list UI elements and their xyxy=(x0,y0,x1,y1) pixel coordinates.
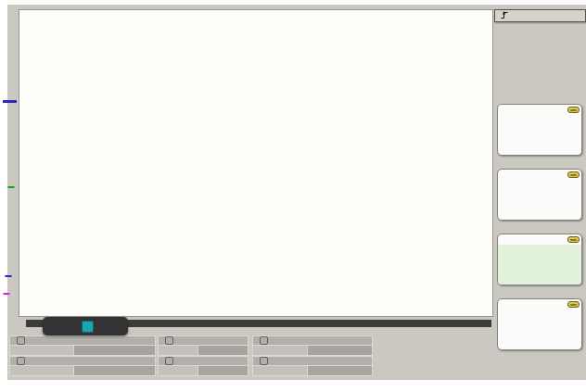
ch2-header[interactable] xyxy=(498,170,581,180)
meas-source-icon xyxy=(260,357,268,365)
channel-minimize-icon[interactable] xyxy=(567,107,580,113)
channel-minimize-icon[interactable] xyxy=(567,171,580,178)
meas3-value xyxy=(198,345,248,356)
meas-source-icon xyxy=(260,336,268,345)
meas-group-2 xyxy=(158,335,248,376)
close-icon[interactable] xyxy=(82,321,94,333)
ch4-header[interactable] xyxy=(498,299,581,310)
ch1-header[interactable] xyxy=(498,105,581,115)
meas-source-icon xyxy=(17,357,25,365)
meas2-value xyxy=(74,365,156,376)
meas-source-icon xyxy=(165,357,173,365)
meas6-value xyxy=(308,365,373,376)
channel-box-ch1[interactable] xyxy=(497,104,582,156)
channel-minimize-icon[interactable] xyxy=(567,301,580,308)
ch3-header[interactable] xyxy=(498,234,581,245)
meas5-stat xyxy=(252,345,308,356)
channel-minimize-icon[interactable] xyxy=(567,236,580,243)
channel-box-ch2[interactable] xyxy=(497,169,582,221)
channel-box-ch4[interactable] xyxy=(497,298,582,350)
meas-source-icon xyxy=(17,336,25,345)
meas1-stat xyxy=(9,345,74,356)
waveform-display[interactable] xyxy=(19,9,493,317)
meas5-value xyxy=(308,345,373,356)
channel-box-ch3[interactable] xyxy=(497,234,582,285)
meas-group-3 xyxy=(252,335,373,376)
ch1-offset-marker[interactable] xyxy=(5,275,12,277)
meas4-stat xyxy=(158,365,198,376)
waveform-canvas[interactable] xyxy=(19,10,492,316)
meas-source-icon xyxy=(165,336,173,345)
meas1-value xyxy=(74,345,156,356)
meas2-stat xyxy=(9,365,74,376)
trigger-slope-icon xyxy=(500,10,509,21)
meas4-value xyxy=(198,365,248,376)
ch3-position-marker[interactable] xyxy=(7,186,15,188)
meas-group-1 xyxy=(9,335,156,376)
meas-results-tab[interactable] xyxy=(43,317,128,335)
meas3-stat xyxy=(158,345,198,356)
horizontal-panel[interactable] xyxy=(494,9,586,22)
ch1-position-arrow[interactable] xyxy=(3,100,17,103)
ch2-position-marker[interactable] xyxy=(3,293,10,295)
meas6-stat xyxy=(252,365,308,376)
